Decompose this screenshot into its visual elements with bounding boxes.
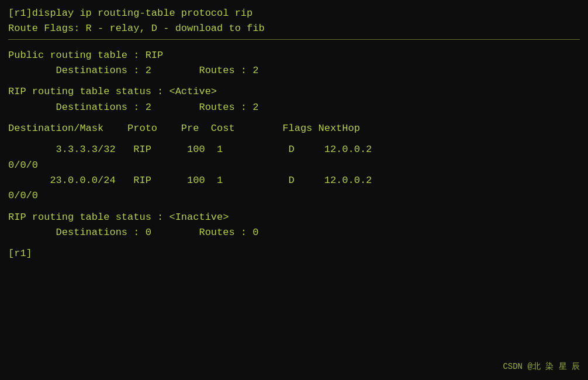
spacer-6	[8, 240, 580, 246]
terminal: [r1]display ip routing-table protocol ri…	[0, 0, 588, 380]
cmd-line: [r1]display ip routing-table protocol ri…	[8, 6, 580, 21]
route2-line2: 0/0/0	[8, 188, 580, 203]
route2-line1: 23.0.0.0/24 RIP 100 1 D 12.0.0.2	[8, 173, 580, 188]
rip-active-header-line: RIP routing table status : <Active>	[8, 84, 580, 99]
rip-inactive-header-line: RIP routing table status : <Inactive>	[8, 210, 580, 225]
spacer-5	[8, 204, 580, 210]
flags-line: Route Flags: R - relay, D - download to …	[8, 21, 580, 36]
pub-table-line: Public routing table : RIP	[8, 48, 580, 63]
watermark: CSDN @北 染 星 辰	[503, 361, 580, 372]
rip-inactive-dest-line: Destinations : 0 Routes : 0	[8, 225, 580, 240]
spacer-1	[8, 42, 580, 48]
spacer-3	[8, 115, 580, 121]
pub-dest-line: Destinations : 2 Routes : 2	[8, 63, 580, 78]
col-header-line: Destination/Mask Proto Pre Cost Flags Ne…	[8, 121, 580, 136]
spacer-2	[8, 78, 580, 84]
route1-line2: 0/0/0	[8, 158, 580, 173]
rip-active-dest-line: Destinations : 2 Routes : 2	[8, 100, 580, 115]
divider-line	[8, 39, 580, 40]
route1-line1: 3.3.3.3/32 RIP 100 1 D 12.0.0.2	[8, 142, 580, 157]
prompt-line: [r1]	[8, 246, 580, 261]
spacer-4	[8, 136, 580, 142]
